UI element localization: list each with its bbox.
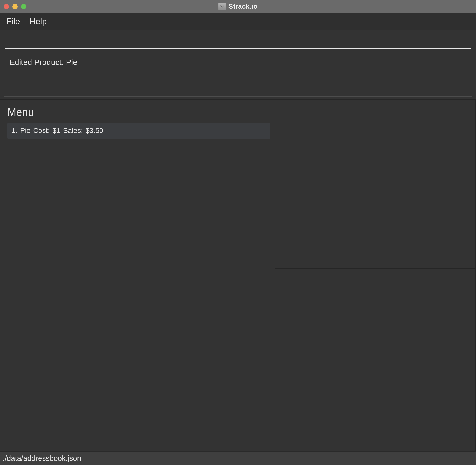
menu-item-cost-value: $1 xyxy=(53,127,60,135)
command-input[interactable] xyxy=(5,34,471,49)
status-wrap: Edited Product: Pie xyxy=(0,49,476,100)
window-title-wrap: Strack.io xyxy=(218,2,258,11)
window-title: Strack.io xyxy=(228,2,258,11)
fullscreen-window-button[interactable] xyxy=(21,4,26,9)
menu-item-name: Pie xyxy=(20,127,31,135)
footer-path: ./data/addressbook.json xyxy=(3,454,81,463)
menubar: File Help xyxy=(0,13,476,30)
menu-item-sales-value: $3.50 xyxy=(86,127,104,135)
menu-file[interactable]: File xyxy=(6,17,20,26)
menu-item[interactable]: 1. Pie Cost: $1 Sales: $3.50 xyxy=(7,123,270,139)
app-icon xyxy=(218,3,226,10)
footer: ./data/addressbook.json xyxy=(0,451,476,465)
minimize-window-button[interactable] xyxy=(12,4,18,9)
command-row xyxy=(0,30,476,49)
menu-item-cost-label: Cost: xyxy=(33,127,50,135)
status-box: Edited Product: Pie xyxy=(4,53,472,97)
pane-bottom-left xyxy=(275,269,476,451)
status-message: Edited Product: Pie xyxy=(10,58,77,67)
menu-help[interactable]: Help xyxy=(30,17,47,26)
pane-menu: Menu 1. Pie Cost: $1 Sales: $3.50 xyxy=(0,100,275,451)
menu-title: Menu xyxy=(7,106,270,118)
pane-top-left xyxy=(275,100,476,269)
menu-item-sales-label: Sales: xyxy=(63,127,83,135)
main-content: Menu 1. Pie Cost: $1 Sales: $3.50 xyxy=(0,100,476,451)
close-window-button[interactable] xyxy=(4,4,9,9)
titlebar: Strack.io xyxy=(0,0,476,13)
menu-item-index: 1. xyxy=(12,127,18,135)
window-controls xyxy=(0,4,26,9)
